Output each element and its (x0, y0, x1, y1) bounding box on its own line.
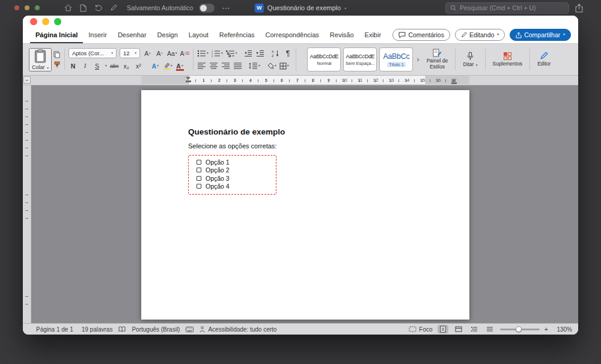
shading-button[interactable]: ▾ (267, 61, 276, 71)
pen-icon[interactable] (110, 4, 117, 11)
subscript-button[interactable]: x₂ (122, 61, 131, 71)
dictate-button[interactable]: Ditar ▾ (459, 46, 481, 73)
document-page[interactable]: Questionário de exemplo Selecione as opç… (141, 90, 469, 320)
change-case-button[interactable]: Aa▾ (167, 48, 177, 58)
decrease-indent-button[interactable] (243, 48, 252, 58)
option-checkbox[interactable] (197, 184, 201, 189)
share-button[interactable]: Compartilhar ▾ (510, 29, 571, 41)
align-center-button[interactable] (209, 61, 218, 71)
style-card-no-spacing[interactable]: AaBbCcDdE Sem Espaça... (343, 47, 377, 71)
tab-correspondencias[interactable]: Correspondências (260, 28, 325, 43)
share-icon[interactable] (575, 4, 583, 13)
strikethrough-button[interactable]: abc (110, 61, 119, 71)
language-label[interactable]: Português (Brasil) (132, 326, 180, 333)
content-control-box[interactable]: Opção 1Opção 2Opção 3Opção 4 (188, 155, 276, 195)
tab-inserir[interactable]: Inserir (83, 28, 112, 43)
left-indent-marker[interactable] (186, 77, 191, 82)
bold-button[interactable]: N (69, 61, 78, 71)
page-count-label[interactable]: Página 1 de 1 (36, 326, 73, 333)
right-indent-marker[interactable] (451, 79, 457, 84)
shrink-font-button[interactable]: A˅ (155, 48, 164, 58)
zoom-slider[interactable] (500, 329, 540, 330)
styles-scroll-icon[interactable]: › (416, 55, 419, 64)
tab-desenhar[interactable]: Desenhar (112, 28, 152, 43)
grow-font-button[interactable]: A˄ (143, 48, 152, 58)
tab-stop-selector[interactable]: ⌐ (23, 76, 31, 83)
zoom-in-button[interactable]: + (545, 326, 548, 333)
autosave-toggle[interactable] (199, 4, 215, 13)
close-button[interactable] (30, 18, 37, 25)
numbering-button[interactable]: 123▾ (212, 48, 223, 58)
document-intro-text[interactable]: Selecione as opções corretas: (188, 142, 426, 150)
copy-icon[interactable] (53, 51, 61, 58)
font-size-select[interactable]: 12 ▾ (120, 48, 140, 58)
option-checkbox[interactable] (197, 168, 201, 172)
home-icon[interactable] (64, 4, 72, 11)
option-checkbox[interactable] (197, 160, 201, 165)
window-minimize-button-dim[interactable] (25, 5, 29, 10)
zoom-percentage[interactable]: 130% (553, 326, 572, 333)
editor-button[interactable]: Editor (534, 46, 554, 73)
superscript-button[interactable]: x² (134, 61, 143, 71)
ruler-number: 16 (436, 77, 441, 83)
borders-button[interactable]: ▾ (279, 61, 289, 71)
tab-pagina-inicial[interactable]: Página Inicial (30, 28, 83, 43)
tab-referencias[interactable]: Referências (214, 28, 260, 43)
window-zoom-button-dim[interactable] (35, 5, 40, 10)
web-layout-view-button[interactable] (453, 325, 464, 333)
document-title-group[interactable]: W Questionário de exemplo ▾ (255, 4, 346, 13)
outline-view-button[interactable] (469, 325, 480, 333)
print-layout-view-button[interactable] (438, 325, 448, 333)
comments-button[interactable]: Comentários (392, 29, 450, 41)
zoom-slider-knob[interactable] (516, 326, 522, 332)
format-painter-icon[interactable] (53, 61, 61, 68)
justify-button[interactable] (233, 61, 242, 71)
window-close-button-dim[interactable] (14, 5, 19, 10)
undo-icon[interactable] (94, 4, 102, 11)
draft-view-button[interactable] (484, 325, 495, 333)
italic-button[interactable]: I (81, 61, 90, 71)
highlight-button[interactable]: ▾ (163, 61, 172, 71)
tab-design[interactable]: Design (152, 28, 183, 43)
focus-toggle[interactable]: Foco (409, 326, 432, 333)
paste-button[interactable]: Colar ▾ (29, 48, 52, 71)
increase-indent-button[interactable] (255, 48, 264, 58)
minimize-button[interactable] (42, 18, 49, 25)
word-window: Página InicialInserirDesenharDesignLayou… (23, 16, 578, 335)
align-right-button[interactable] (221, 61, 230, 71)
align-left-button[interactable] (197, 61, 206, 71)
search-field[interactable] (445, 2, 569, 14)
show-paragraph-marks-button[interactable]: ¶ (283, 48, 292, 58)
line-spacing-button[interactable]: ▾ (249, 61, 260, 71)
editing-mode-button[interactable]: Editando ▾ (455, 29, 505, 41)
bullets-button[interactable]: ▾ (197, 48, 209, 58)
keyboard-icon[interactable] (186, 327, 194, 332)
chevron-down-icon: ▾ (171, 64, 172, 68)
style-card-heading1[interactable]: AaBbCc Título 1 (379, 47, 413, 71)
sort-button[interactable]: AZ (271, 48, 280, 58)
print-layout-icon (440, 326, 446, 333)
option-checkbox[interactable] (197, 176, 201, 181)
style-card-normal[interactable]: AaBbCcDdE Normal (307, 47, 341, 71)
text-effects-button[interactable]: A▾ (151, 61, 160, 71)
zoom-button[interactable] (54, 18, 61, 25)
document-heading[interactable]: Questionário de exemplo (188, 127, 426, 136)
styles-pane-button[interactable]: Painel de Estilos (423, 49, 451, 70)
search-input[interactable] (460, 4, 564, 11)
word-count-label[interactable]: 19 palavras (82, 326, 113, 333)
new-document-icon[interactable] (80, 4, 87, 12)
draft-lines-icon (486, 327, 493, 332)
font-name-select[interactable]: Aptos (Cor... ▾ (69, 48, 117, 58)
titlebar-right (445, 2, 583, 14)
tab-layout[interactable]: Layout (183, 28, 214, 43)
underline-button[interactable]: S (93, 61, 102, 71)
accessibility-label[interactable]: Acessibilidade: tudo certo (208, 326, 276, 333)
proofing-icon[interactable] (118, 326, 126, 332)
tab-exibir[interactable]: Exibir (359, 28, 387, 43)
more-options-icon[interactable]: ⋯ (222, 4, 230, 13)
multilevel-list-button[interactable]: ▾ (226, 48, 237, 58)
font-color-button[interactable]: A▾ (175, 61, 185, 71)
addins-button[interactable]: Suplementos (489, 46, 526, 73)
tab-revisao[interactable]: Revisão (325, 28, 359, 43)
clear-formatting-button[interactable]: A⌫ (180, 48, 190, 58)
